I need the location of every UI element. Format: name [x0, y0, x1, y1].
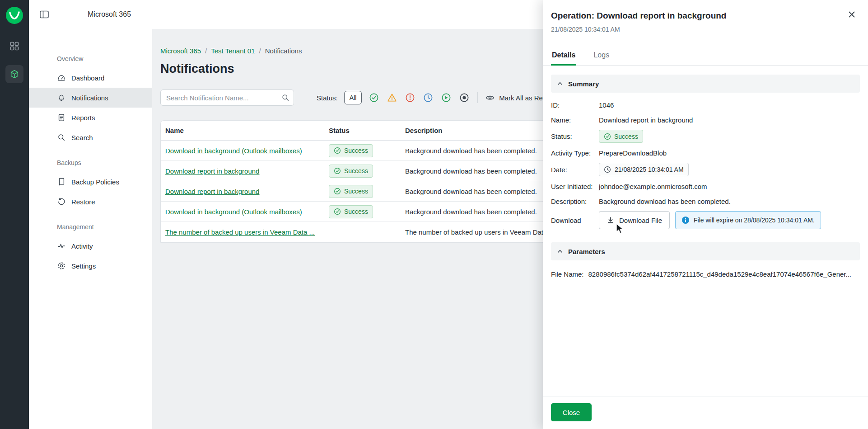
field-name: Name: Download report in background: [551, 115, 860, 125]
status-filter-warning-icon[interactable]: [386, 92, 398, 104]
section-label-backups: Backups: [29, 159, 152, 172]
tenants-icon[interactable]: [5, 65, 23, 83]
notification-name-link[interactable]: Download report in background: [165, 188, 324, 195]
sidebar-item-label: Backup Policies: [71, 178, 119, 186]
sidebar-item-label: Notifications: [71, 94, 108, 102]
field-value: Background download has been completed.: [599, 198, 731, 205]
parameters-section-header[interactable]: Parameters: [551, 242, 860, 260]
breadcrumb-separator: /: [259, 47, 261, 55]
panel-tabs: Details Logs: [543, 47, 868, 66]
field-activity-type: Activity Type: PrepareDownloadBlob: [551, 148, 860, 158]
sidebar: Overview Dashboard Notifications Reports…: [29, 29, 152, 429]
field-id: ID: 1046: [551, 100, 860, 110]
eye-icon: [485, 93, 495, 103]
sidebar-item-reports[interactable]: Reports: [29, 108, 152, 127]
clock-icon: [604, 166, 611, 173]
status-filter-success-icon[interactable]: [368, 92, 380, 104]
download-file-label: Download File: [619, 217, 662, 224]
check-circle-icon: [334, 188, 341, 195]
field-label: Activity Type:: [551, 149, 599, 157]
status-badge: Success: [329, 185, 373, 198]
summary-section-header[interactable]: Summary: [551, 75, 860, 93]
close-button[interactable]: Close: [551, 403, 592, 421]
sidebar-toggle-icon[interactable]: [40, 10, 49, 19]
restore-icon: [57, 197, 66, 206]
close-icon[interactable]: [848, 11, 855, 18]
sidebar-item-activity[interactable]: Activity: [29, 236, 152, 256]
field-label: File Name:: [551, 270, 584, 278]
field-status: Status: Success: [551, 130, 860, 143]
field-value: Download report in background: [599, 116, 693, 124]
status-filter-all-button[interactable]: All: [344, 91, 362, 104]
panel-header: Operation: Download report in background…: [543, 0, 868, 33]
status-badge-label: Success: [344, 167, 368, 174]
dashboard-icon: [57, 73, 66, 82]
apps-grid-icon[interactable]: [5, 37, 23, 55]
sidebar-item-label: Activity: [71, 242, 93, 250]
status-filter-stopped-icon[interactable]: [458, 92, 470, 104]
status-badge-label: Success: [614, 133, 638, 140]
sidebar-item-label: Search: [71, 134, 93, 141]
breadcrumb-link-microsoft-365[interactable]: Microsoft 365: [160, 47, 201, 55]
status-filter-error-icon[interactable]: [404, 92, 416, 104]
field-user-initiated: User Initiated: johndoe@example.onmicros…: [551, 181, 860, 191]
field-value: 1046: [599, 101, 614, 109]
chevron-up-icon: [557, 80, 563, 87]
field-label: ID:: [551, 101, 599, 109]
mark-all-read-button[interactable]: Mark All as Read: [485, 93, 550, 103]
file-name-value: 8280986fc5374d62af4417258721115c_d49deda…: [588, 270, 852, 278]
veeam-logo[interactable]: [5, 6, 23, 24]
sidebar-item-label: Settings: [71, 262, 96, 270]
tab-logs[interactable]: Logs: [593, 47, 610, 65]
field-label: Date:: [551, 166, 599, 174]
check-circle-icon: [334, 147, 341, 154]
sidebar-item-restore[interactable]: Restore: [29, 192, 152, 212]
notification-name-link[interactable]: Download report in background: [165, 167, 324, 175]
operation-details-panel: Operation: Download report in background…: [543, 0, 868, 429]
notification-name-link[interactable]: Download in background (Outlook mailboxe…: [165, 208, 324, 216]
field-date: Date: 21/08/2025 10:34:01 AM: [551, 163, 860, 176]
toolbar-divider: [477, 92, 478, 103]
field-label: Description:: [551, 198, 599, 205]
check-circle-icon: [334, 208, 341, 215]
notification-name-link[interactable]: The number of backed up users in Veeam D…: [165, 228, 324, 236]
field-label: User Initiated:: [551, 183, 599, 190]
search-input[interactable]: [160, 90, 294, 106]
sidebar-item-label: Restore: [71, 198, 95, 206]
summary-heading: Summary: [568, 80, 599, 88]
field-download: Download Download File File will expire …: [551, 211, 860, 229]
field-value: PrepareDownloadBlob: [599, 149, 667, 157]
app-rail: [0, 0, 29, 429]
tab-details[interactable]: Details: [551, 47, 576, 65]
sidebar-item-notifications[interactable]: Notifications: [29, 88, 152, 108]
chevron-up-icon: [557, 248, 563, 255]
expiration-info-alert: File will expire on 28/08/2025 10:34:01 …: [675, 211, 821, 229]
search-icon[interactable]: [281, 94, 289, 102]
sidebar-item-dashboard[interactable]: Dashboard: [29, 68, 152, 88]
status-empty: —: [329, 228, 336, 236]
search-box: [160, 90, 294, 106]
status-badge: Success: [329, 165, 373, 178]
field-label: Status:: [551, 132, 599, 140]
breadcrumb-link-tenant[interactable]: Test Tenant 01: [211, 47, 255, 55]
search-icon: [57, 133, 66, 142]
status-filter-pending-icon[interactable]: [422, 92, 434, 104]
notification-name-link[interactable]: Download in background (Outlook mailboxe…: [165, 147, 324, 155]
sidebar-item-search[interactable]: Search: [29, 127, 152, 147]
field-file-name: File Name: 8280986fc5374d62af44172587211…: [551, 270, 860, 278]
download-file-button[interactable]: Download File: [599, 211, 670, 229]
field-description: Description: Background download has bee…: [551, 196, 860, 206]
panel-title: Operation: Download report in background: [551, 11, 858, 21]
report-icon: [57, 113, 66, 122]
breadcrumb-separator: /: [205, 47, 207, 55]
date-chip-label: 21/08/2025 10:34:01 AM: [615, 166, 684, 173]
sidebar-item-backup-policies[interactable]: Backup Policies: [29, 172, 152, 192]
sidebar-item-settings[interactable]: Settings: [29, 256, 152, 276]
summary-fields: ID: 1046 Name: Download report in backgr…: [551, 93, 860, 237]
sidebar-item-label: Dashboard: [71, 74, 104, 82]
status-filter-running-icon[interactable]: [440, 92, 452, 104]
column-header-status: Status: [329, 127, 405, 134]
panel-body: Summary ID: 1046 Name: Download report i…: [543, 66, 868, 396]
check-circle-icon: [334, 167, 341, 174]
panel-timestamp: 21/08/2025 10:34:01 AM: [551, 26, 858, 33]
